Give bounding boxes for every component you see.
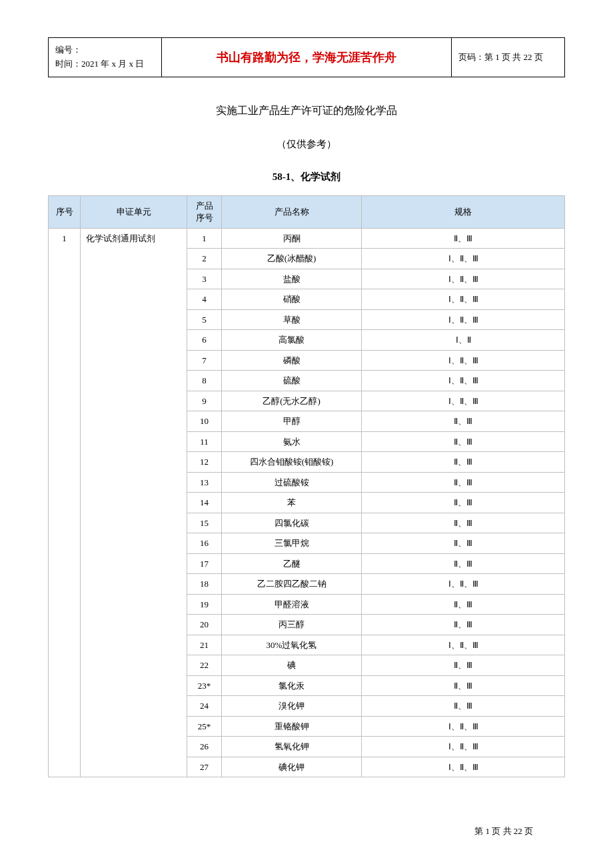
cell-product-name: 30%过氧化氢: [222, 635, 362, 655]
cell-product-num: 9: [187, 391, 222, 411]
col-header-product-name: 产品名称: [222, 195, 362, 228]
cell-product-num: 2: [187, 249, 222, 269]
cell-spec: Ⅱ、Ⅲ: [362, 452, 565, 473]
page-footer: 第 1 页 共 22 页: [474, 825, 533, 837]
cell-product-num: 15: [187, 513, 222, 533]
cell-product-num: 22: [187, 655, 222, 676]
cell-product-num: 14: [187, 493, 222, 513]
cell-product-name: 四水合钼酸铵(钼酸铵): [222, 452, 362, 473]
cell-spec: Ⅱ、Ⅲ: [362, 675, 565, 696]
cell-spec: Ⅰ、Ⅱ、Ⅲ: [362, 269, 565, 289]
cell-product-name: 氯化汞: [222, 675, 362, 696]
cell-product-name: 三氯甲烷: [222, 533, 362, 554]
cell-spec: Ⅱ、Ⅲ: [362, 553, 565, 574]
cell-spec: Ⅰ、Ⅱ、Ⅲ: [362, 716, 565, 737]
cell-product-name: 硫酸: [222, 371, 362, 391]
cell-spec: Ⅰ、Ⅱ、Ⅲ: [362, 249, 565, 269]
header-motto: 书山有路勤为径，学海无涯苦作舟: [162, 38, 452, 77]
cell-product-name: 磷酸: [222, 350, 362, 371]
col-header-product-num-line2: 序号: [196, 213, 213, 223]
cell-product-name: 甲醇: [222, 411, 362, 432]
cell-product-name: 过硫酸铵: [222, 472, 362, 493]
cell-product-name: 盐酸: [222, 269, 362, 289]
cell-spec: Ⅱ、Ⅲ: [362, 513, 565, 533]
cell-product-name: 碘化钾: [222, 757, 362, 777]
cell-product-num: 5: [187, 309, 222, 330]
cell-product-name: 溴化钾: [222, 696, 362, 717]
cell-spec: Ⅱ、Ⅲ: [362, 493, 565, 513]
cell-product-num: 6: [187, 330, 222, 351]
table-header-row: 序号 申证单元 产品 序号 产品名称 规格: [49, 195, 565, 228]
cell-product-num: 21: [187, 635, 222, 655]
cell-product-num: 7: [187, 350, 222, 371]
cell-spec: Ⅱ、Ⅲ: [362, 411, 565, 432]
cell-spec: Ⅰ、Ⅱ、Ⅲ: [362, 737, 565, 757]
cell-product-num: 16: [187, 533, 222, 554]
cell-product-name: 甲醛溶液: [222, 594, 362, 615]
cell-product-name: 乙醚: [222, 553, 362, 574]
cell-spec: Ⅰ、Ⅱ、Ⅲ: [362, 309, 565, 330]
document-section-heading: 58-1、化学试剂: [48, 171, 565, 183]
cell-product-num: 3: [187, 269, 222, 289]
table-row: 1化学试剂通用试剂1丙酮Ⅱ、Ⅲ: [49, 228, 565, 249]
cell-spec: Ⅰ、Ⅱ、Ⅲ: [362, 757, 565, 777]
cell-product-num: 25*: [187, 716, 222, 737]
header-page-info: 页码：第 1 页 共 22 页: [452, 38, 565, 77]
cell-product-name: 丙三醇: [222, 615, 362, 635]
cell-product-name: 硝酸: [222, 289, 362, 310]
cell-product-name: 苯: [222, 493, 362, 513]
cell-product-name: 草酸: [222, 309, 362, 330]
cell-product-num: 4: [187, 289, 222, 310]
cell-spec: Ⅱ、Ⅲ: [362, 228, 565, 249]
cell-product-name: 高氯酸: [222, 330, 362, 351]
cell-product-num: 8: [187, 371, 222, 391]
header-date: 时间：2021 年 x 月 x 日: [55, 57, 155, 71]
page-container: 编号： 时间：2021 年 x 月 x 日 书山有路勤为径，学海无涯苦作舟 页码…: [0, 0, 613, 804]
cell-unit: 化学试剂通用试剂: [81, 228, 187, 777]
cell-spec: Ⅰ、Ⅱ、Ⅲ: [362, 371, 565, 391]
col-header-product-num: 产品 序号: [187, 195, 222, 228]
cell-product-num: 20: [187, 615, 222, 635]
cell-product-num: 27: [187, 757, 222, 777]
cell-product-num: 12: [187, 452, 222, 473]
cell-product-name: 乙酸(冰醋酸): [222, 249, 362, 269]
cell-spec: Ⅰ、Ⅱ、Ⅲ: [362, 350, 565, 371]
cell-spec: Ⅱ、Ⅲ: [362, 615, 565, 635]
cell-product-num: 1: [187, 228, 222, 249]
cell-product-num: 18: [187, 574, 222, 595]
cell-spec: Ⅱ、Ⅲ: [362, 431, 565, 452]
cell-product-num: 10: [187, 411, 222, 432]
cell-spec: Ⅱ、Ⅲ: [362, 696, 565, 717]
cell-spec: Ⅰ、Ⅱ、Ⅲ: [362, 635, 565, 655]
cell-spec: Ⅱ、Ⅲ: [362, 655, 565, 676]
cell-seq: 1: [49, 228, 81, 777]
col-header-seq: 序号: [49, 195, 81, 228]
cell-spec: Ⅰ、Ⅱ、Ⅲ: [362, 391, 565, 411]
document-title: 实施工业产品生产许可证的危险化学品: [48, 104, 565, 118]
cell-product-num: 24: [187, 696, 222, 717]
cell-product-name: 乙二胺四乙酸二钠: [222, 574, 362, 595]
cell-spec: Ⅱ、Ⅲ: [362, 472, 565, 493]
cell-product-name: 氨水: [222, 431, 362, 452]
cell-product-name: 重铬酸钾: [222, 716, 362, 737]
col-header-unit: 申证单元: [81, 195, 187, 228]
table-body: 1化学试剂通用试剂1丙酮Ⅱ、Ⅲ2乙酸(冰醋酸)Ⅰ、Ⅱ、Ⅲ3盐酸Ⅰ、Ⅱ、Ⅲ4硝酸Ⅰ…: [49, 228, 565, 777]
col-header-spec: 规格: [362, 195, 565, 228]
header-doc-number: 编号：: [55, 43, 155, 57]
chemical-table: 序号 申证单元 产品 序号 产品名称 规格 1化学试剂通用试剂1丙酮Ⅱ、Ⅲ2乙酸…: [48, 195, 565, 778]
cell-product-num: 13: [187, 472, 222, 493]
cell-spec: Ⅰ、Ⅱ: [362, 330, 565, 351]
cell-product-num: 17: [187, 553, 222, 574]
cell-product-name: 四氯化碳: [222, 513, 362, 533]
cell-spec: Ⅰ、Ⅱ、Ⅲ: [362, 574, 565, 595]
cell-product-name: 丙酮: [222, 228, 362, 249]
cell-product-num: 23*: [187, 675, 222, 696]
cell-product-name: 氢氧化钾: [222, 737, 362, 757]
cell-spec: Ⅱ、Ⅲ: [362, 533, 565, 554]
header-left-cell: 编号： 时间：2021 年 x 月 x 日: [49, 38, 162, 77]
cell-product-name: 碘: [222, 655, 362, 676]
col-header-product-num-line1: 产品: [196, 201, 213, 211]
cell-product-num: 26: [187, 737, 222, 757]
document-subtitle: （仅供参考）: [48, 138, 565, 151]
page-header: 编号： 时间：2021 年 x 月 x 日 书山有路勤为径，学海无涯苦作舟 页码…: [48, 37, 565, 77]
